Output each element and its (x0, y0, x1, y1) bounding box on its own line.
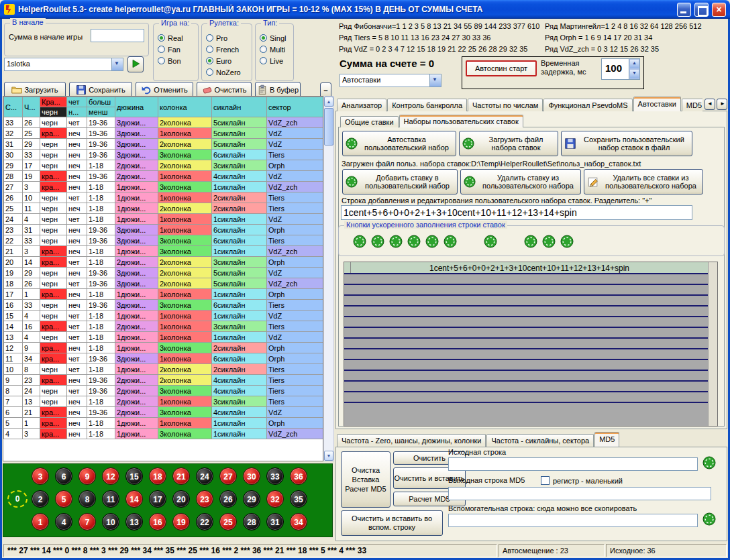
bet-chip-button[interactable] (483, 235, 498, 249)
bet-chip-button[interactable] (523, 235, 538, 249)
board-number-16[interactable]: 16 (149, 513, 166, 530)
bet-list-row[interactable] (344, 328, 708, 339)
board-number-9[interactable]: 9 (79, 467, 96, 485)
radio-Bon[interactable]: Bon (158, 55, 198, 66)
board-number-32[interactable]: 32 (266, 490, 284, 508)
board-number-7[interactable]: 7 (79, 513, 96, 530)
board-number-17[interactable]: 17 (149, 490, 166, 508)
bet-list-row[interactable] (344, 306, 708, 317)
board-number-6[interactable]: 6 (55, 467, 72, 485)
bet-list-scrollbar[interactable] (708, 262, 717, 426)
remove-bet-button[interactable]: Удалить ставку из пользовательского набо… (460, 169, 581, 194)
spinner-down-icon[interactable] (629, 69, 639, 79)
bet-list-row[interactable] (344, 360, 708, 371)
board-number-1[interactable]: 1 (32, 513, 49, 530)
board-number-31[interactable]: 31 (266, 513, 284, 530)
board-number-34[interactable]: 34 (290, 513, 307, 530)
radio-Multi[interactable]: Multi (260, 44, 293, 55)
bet-chip-button[interactable] (407, 235, 421, 249)
spinner-up-icon[interactable] (629, 59, 639, 69)
radio-Singl[interactable]: Singl (260, 32, 293, 44)
autobet-combobox[interactable]: Автоставки (340, 74, 441, 87)
board-number-20[interactable]: 20 (172, 490, 190, 508)
md5-clear-paste-aux-button[interactable]: Очистить и вставить во вспом. строку (341, 510, 443, 536)
board-number-5[interactable]: 5 (55, 490, 72, 508)
bet-chip-button[interactable] (370, 235, 385, 249)
bet-list-row[interactable] (344, 317, 708, 328)
board-number-15[interactable]: 15 (125, 467, 143, 485)
bet-list-row[interactable] (344, 382, 708, 392)
md5-aux-input[interactable] (448, 514, 698, 527)
board-number-10[interactable]: 10 (102, 513, 119, 530)
board-number-36[interactable]: 36 (290, 467, 307, 485)
add-bet-button[interactable]: Добавить ставку в пользовательский набор (342, 169, 458, 194)
tab-scroll-left-button[interactable] (705, 99, 715, 110)
load-bet-file-button[interactable]: Загрузить файл набора ставок (459, 131, 558, 156)
tab-scroll-right-button[interactable] (717, 99, 727, 110)
maximize-button[interactable] (694, 3, 709, 17)
tab-Общие ставки[interactable]: Общие ставки (340, 116, 399, 127)
radio-Real[interactable]: Real (158, 32, 198, 44)
md5-clear-paste-calc-button[interactable]: Очистка Вставка Расчет MD5 (341, 451, 390, 508)
bet-list-row[interactable] (344, 285, 708, 296)
bet-list-row[interactable] (344, 339, 708, 349)
bet-chip-button[interactable] (388, 235, 403, 249)
board-number-23[interactable]: 23 (196, 490, 213, 508)
radio-Live[interactable]: Live (260, 55, 293, 66)
chevron-down-icon[interactable] (429, 74, 441, 87)
board-number-25[interactable]: 25 (219, 513, 237, 530)
board-number-35[interactable]: 35 (290, 490, 307, 508)
save-bet-file-button[interactable]: Сохранить пользовательский набор ставок … (561, 131, 692, 156)
scroll-up-icon[interactable]: ▲ (324, 97, 333, 107)
md5-source-chip-button[interactable] (702, 456, 717, 471)
tab-Частота - сиклайны, сектора[interactable]: Частота - сиклайны, сектора (486, 434, 594, 447)
board-number-29[interactable]: 29 (243, 490, 260, 508)
board-number-24[interactable]: 24 (196, 467, 213, 485)
bet-list-row[interactable] (344, 349, 708, 360)
bet-chip-button[interactable] (443, 235, 458, 249)
tab-Частоты по числам[interactable]: Частоты по числам (468, 99, 543, 111)
scrollbar-thumb[interactable] (324, 108, 333, 146)
bet-list-row[interactable] (344, 392, 708, 403)
radio-Euro[interactable]: Euro (206, 55, 252, 66)
bet-list-row[interactable] (344, 274, 708, 285)
tab-Частота - Zero, шансы, дюжины, колонки[interactable]: Частота - Zero, шансы, дюжины, колонки (337, 434, 486, 447)
tab-Контроль банкролла[interactable]: Контроль банкролла (387, 99, 467, 111)
board-number-33[interactable]: 33 (266, 467, 284, 485)
radio-Fan[interactable]: Fan (158, 44, 198, 55)
board-number-21[interactable]: 21 (172, 467, 190, 485)
close-button[interactable]: × (712, 3, 726, 17)
board-number-19[interactable]: 19 (172, 513, 190, 530)
bet-chip-button[interactable] (352, 235, 367, 249)
bet-chip-button[interactable] (560, 235, 574, 249)
bet-chip-button[interactable] (425, 235, 439, 249)
autospin-start-button[interactable]: Автоспин старт (466, 60, 537, 76)
board-number-8[interactable]: 8 (79, 490, 96, 508)
tab-Функционал PsevdoMS[interactable]: Функционал PsevdoMS (543, 99, 632, 111)
bet-list-row[interactable] (344, 371, 708, 382)
scroll-down-icon[interactable]: ▼ (324, 451, 333, 461)
minimize-button[interactable] (677, 3, 691, 17)
board-number-0[interactable]: 0 (7, 490, 28, 508)
tab-Анализатор[interactable]: Анализатор (337, 99, 386, 111)
radio-Pro[interactable]: Pro (206, 32, 252, 44)
board-number-26[interactable]: 26 (219, 490, 237, 508)
board-number-2[interactable]: 2 (32, 490, 49, 508)
delay-spinner[interactable]: 100 (601, 58, 640, 80)
tab-MD5[interactable]: MD5 (594, 432, 619, 447)
board-number-12[interactable]: 12 (102, 467, 119, 485)
radio-French[interactable]: French (206, 44, 252, 55)
md5-source-input[interactable] (448, 457, 698, 471)
board-number-11[interactable]: 11 (102, 490, 119, 508)
remove-all-bets-button[interactable]: Удалить все ставки из пользовательского … (584, 169, 703, 194)
board-number-27[interactable]: 27 (219, 467, 237, 485)
md5-aux-chip-button[interactable] (702, 512, 717, 527)
board-number-4[interactable]: 4 (55, 513, 72, 530)
board-number-22[interactable]: 22 (196, 513, 213, 530)
board-number-13[interactable]: 13 (125, 513, 143, 530)
tab-Наборы пользовательских ставок[interactable]: Наборы пользовательских ставок (399, 115, 523, 127)
tab-Автоставки[interactable]: Автоставки (633, 97, 681, 111)
autobet-user-set-button[interactable]: Автоставка пользовательский набор (342, 131, 456, 156)
tab-MD5[interactable]: MD5 (682, 99, 702, 111)
board-number-28[interactable]: 28 (243, 513, 260, 530)
